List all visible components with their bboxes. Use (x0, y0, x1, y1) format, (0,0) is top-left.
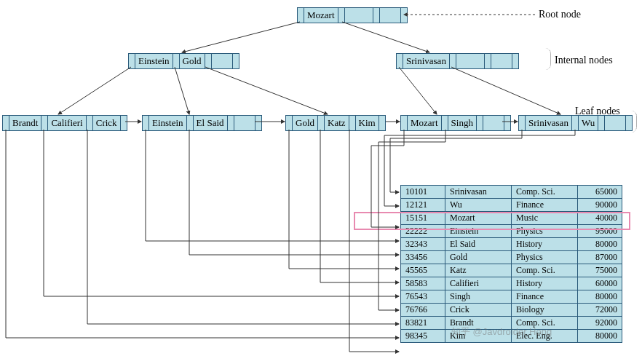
table-cell-dept: Physics (512, 251, 578, 264)
btree-key: Srinivasan (403, 54, 450, 68)
table-cell-id: 45565 (401, 264, 445, 277)
btree-key: Mozart (304, 8, 338, 23)
pointer-slot (3, 116, 9, 130)
btree-key: Gold (180, 54, 205, 68)
btree-key: Brandt (9, 116, 41, 130)
table-row: 10101SrinivasanComp. Sci.65000 (401, 186, 622, 199)
table-cell-id: 98345 (401, 330, 445, 343)
pointer-slot (442, 116, 448, 130)
pointer-slot (129, 54, 135, 68)
table-row: 32343El SaidHistory80000 (401, 238, 622, 251)
table-cell-id: 15151 (401, 212, 445, 225)
btree-key: Srinivasan (526, 116, 572, 130)
pointer-slot (255, 116, 261, 130)
table-cell-dept: Music (512, 212, 578, 225)
table-row: 45565KatzComp. Sci.75000 (401, 264, 622, 277)
btree-key-empty (483, 116, 504, 130)
brace-leaf (630, 111, 637, 132)
pointer-slot (485, 54, 491, 68)
table-cell-name: Wu (445, 199, 512, 212)
table-row: 12121WuFinance90000 (401, 199, 622, 212)
table-cell-dept: Comp. Sci. (512, 264, 578, 277)
btree-key: Califieri (48, 116, 86, 130)
pointer-slot (477, 116, 483, 130)
table-cell-id: 33456 (401, 251, 445, 264)
btree-key: Singh (448, 116, 477, 130)
btree-leaf-node: Mozart Singh (400, 115, 511, 131)
table-cell-name: Einstein (445, 225, 512, 238)
btree-leaf-node: Brandt Califieri Crick (2, 115, 127, 131)
table-row: 33456GoldPhysics87000 (401, 251, 622, 264)
svg-line-3 (58, 67, 131, 114)
btree-key: Katz (325, 116, 349, 130)
btree-key: Kim (356, 116, 379, 130)
table-cell-dept: Finance (512, 290, 578, 304)
table-cell-id: 76543 (401, 290, 445, 304)
table-cell-id: 22222 (401, 225, 445, 238)
pointer-slot (504, 116, 510, 130)
svg-line-6 (399, 67, 437, 114)
table-cell-dept: Physics (512, 225, 578, 238)
pointer-slot (286, 116, 293, 130)
btree-key: Wu (579, 116, 598, 130)
btree-key: Einstein (149, 116, 187, 130)
table-cell-dept: Biology (512, 304, 578, 317)
table-cell-name: El Said (445, 238, 512, 251)
pointer-slot (379, 116, 385, 130)
table-cell-id: 76766 (401, 304, 445, 317)
pointer-slot (228, 116, 234, 130)
table-cell-salary: 87000 (578, 251, 622, 264)
table-row: 22222EinsteinPhysics95000 (401, 225, 622, 238)
table-cell-salary: 80000 (578, 238, 622, 251)
btree-key: Crick (93, 116, 121, 130)
pointer-slot (143, 116, 149, 130)
pointer-slot (519, 116, 526, 130)
table-cell-id: 58583 (401, 277, 445, 290)
table-cell-salary: 95000 (578, 225, 622, 238)
btree-key-empty (212, 54, 233, 68)
table-cell-id: 10101 (401, 186, 445, 199)
pointer-slot (450, 54, 456, 68)
table-cell-salary: 65000 (578, 186, 622, 199)
table-cell-salary: 80000 (578, 330, 622, 343)
table-cell-salary: 75000 (578, 264, 622, 277)
btree-key-empty (491, 54, 512, 68)
pointer-slot (373, 8, 380, 23)
pointer-slot (397, 54, 403, 68)
btree-leaf-node: Srinivasan Wu (518, 115, 633, 131)
table-cell-name: Katz (445, 264, 512, 277)
btree-key: Einstein (135, 54, 173, 68)
pointer-slot (41, 116, 48, 130)
table-cell-salary: 60000 (578, 277, 622, 290)
table-cell-name: Gold (445, 251, 512, 264)
pointer-slot (572, 116, 579, 130)
table-cell-id: 83821 (401, 317, 445, 330)
table-cell-salary: 40000 (578, 212, 622, 225)
btree-key-empty (234, 116, 255, 130)
table-cell-name: Singh (445, 290, 512, 304)
pointer-slot (205, 54, 212, 68)
table-cell-dept: History (512, 238, 578, 251)
btree-internal-node: Einstein Gold (128, 53, 239, 69)
table-row: 15151MozartMusic40000 (401, 212, 622, 225)
btree-internal-node: Srinivasan (396, 53, 519, 69)
btree-key-empty (345, 8, 373, 23)
table-row: 58583CalifieriHistory60000 (401, 277, 622, 290)
table-cell-id: 32343 (401, 238, 445, 251)
svg-line-1 (182, 22, 300, 52)
btree-key-empty (605, 116, 626, 130)
pointer-slot (121, 116, 127, 130)
pointer-slot (298, 8, 304, 23)
btree-key-empty (456, 54, 485, 68)
pointer-slot (512, 54, 518, 68)
table-cell-salary: 92000 (578, 317, 622, 330)
svg-line-4 (175, 67, 189, 114)
brace-internal (544, 48, 551, 70)
btree-leaf-node: Einstein El Said (142, 115, 262, 131)
table-cell-name: Srinivasan (445, 186, 512, 199)
pointer-slot (173, 54, 180, 68)
pointer-slot (87, 116, 93, 130)
btree-key: El Said (194, 116, 228, 130)
btree-key-empty (380, 8, 401, 23)
pointer-slot (318, 116, 325, 130)
